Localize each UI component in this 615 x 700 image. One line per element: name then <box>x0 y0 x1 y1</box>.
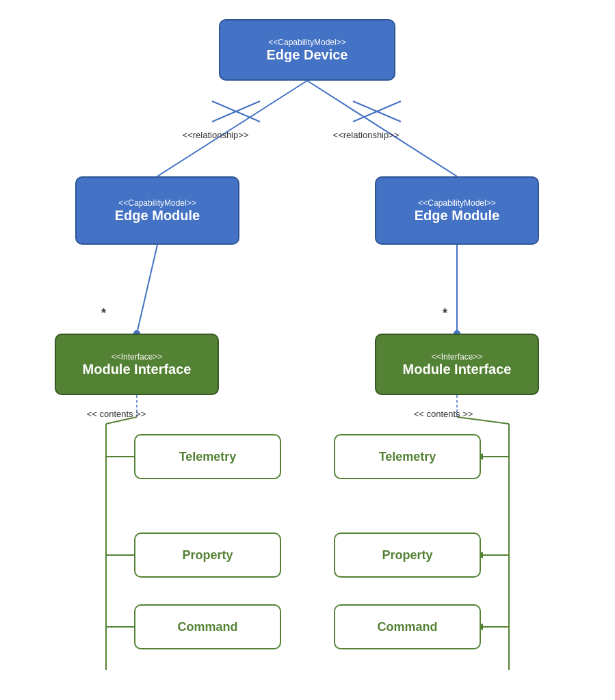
module-interface-left-stereotype: <<Interface>> <box>112 352 163 362</box>
module-interface-right-box: <<Interface>> Module Interface <box>375 334 539 395</box>
diagram: <<CapabilityModel>> Edge Device <<relati… <box>0 0 615 700</box>
module-interface-right-stereotype: <<Interface>> <box>432 352 483 362</box>
edge-module-right-box: <<CapabilityModel>> Edge Module <box>375 176 539 245</box>
telemetry-right-box: Telemetry <box>334 434 481 479</box>
command-right-box: Command <box>334 604 481 649</box>
svg-line-1 <box>307 81 457 176</box>
svg-line-6 <box>137 245 157 334</box>
multiplicity-left: * <box>101 306 106 321</box>
edge-device-label: Edge Device <box>267 47 348 63</box>
svg-line-0 <box>157 81 307 176</box>
property-left-label: Property <box>182 548 233 563</box>
edge-module-left-stereotype: <<CapabilityModel>> <box>118 198 196 208</box>
edge-module-right-stereotype: <<CapabilityModel>> <box>418 198 495 208</box>
module-interface-left-box: <<Interface>> Module Interface <box>55 334 219 395</box>
property-right-box: Property <box>334 533 481 578</box>
command-right-label: Command <box>377 620 437 634</box>
edge-module-left-box: <<CapabilityModel>> Edge Module <box>75 176 239 245</box>
property-right-label: Property <box>382 548 432 563</box>
property-left-box: Property <box>134 533 281 578</box>
command-left-label: Command <box>177 620 237 634</box>
svg-line-2 <box>212 101 260 122</box>
edge-device-box: <<CapabilityModel>> Edge Device <box>219 19 395 81</box>
telemetry-left-label: Telemetry <box>179 450 237 464</box>
multiplicity-right: * <box>443 306 447 321</box>
command-left-box: Command <box>134 604 281 649</box>
relationship-label-left: <<relationship>> <box>161 130 270 140</box>
edge-device-stereotype: <<CapabilityModel>> <box>268 38 345 47</box>
module-interface-left-label: Module Interface <box>83 362 192 377</box>
telemetry-left-box: Telemetry <box>134 434 281 479</box>
module-interface-right-label: Module Interface <box>403 362 512 377</box>
contents-label-left: << contents >> <box>55 409 178 419</box>
svg-line-3 <box>212 101 260 122</box>
svg-line-5 <box>353 101 401 122</box>
edge-module-left-label: Edge Module <box>115 208 200 224</box>
svg-line-4 <box>353 101 401 122</box>
edge-module-right-label: Edge Module <box>415 208 499 224</box>
telemetry-right-label: Telemetry <box>379 450 436 464</box>
relationship-label-right: <<relationship>> <box>311 130 421 140</box>
contents-label-right: << contents >> <box>375 409 512 419</box>
